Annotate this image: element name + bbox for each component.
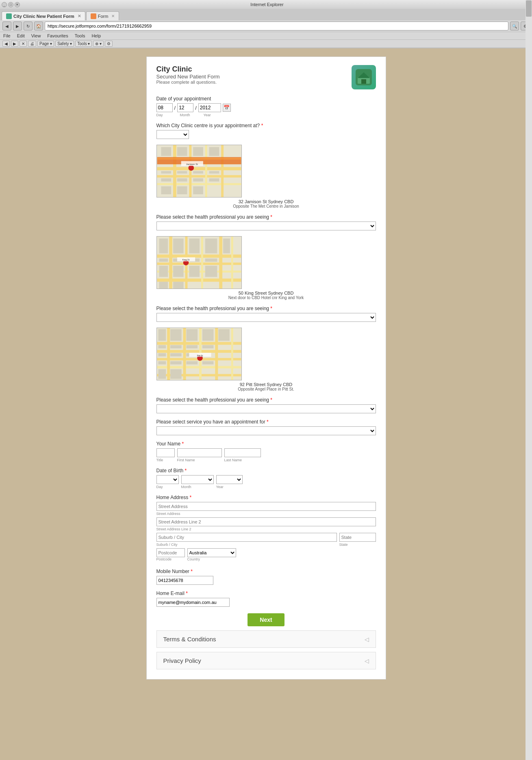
svg-rect-52 [159,266,168,277]
toolbar-back[interactable]: ◀ [2,41,10,47]
tab-form[interactable]: Form ✕ [86,11,119,20]
tab-icon-form [91,13,96,19]
professional2-dropdown[interactable] [156,313,376,322]
privacy-header[interactable]: Privacy Policy ◁ [157,652,376,669]
minimize-button[interactable]: _ [2,2,7,7]
form-title-block: City Clinic Secured New Patient Form Ple… [156,65,220,85]
title-input[interactable] [156,448,175,457]
svg-rect-27 [177,186,187,194]
toolbar-safety[interactable]: Safety ▾ [55,41,74,47]
service-group: Please select service you have an appoin… [156,419,376,435]
svg-rect-89 [158,369,166,379]
dob-label: Date of Birth * [156,468,376,473]
tab-close-clinic[interactable]: ✕ [78,14,81,18]
name-label: Your Name * [156,441,376,447]
toolbar-settings[interactable]: ⚙ [105,41,113,47]
address-bar-row: ◀ ▶ ↻ 🏠 🔍 ⚙ [0,20,532,32]
city-input[interactable] [156,533,337,542]
toolbar-forward[interactable]: ▶ [11,41,18,47]
email-input[interactable] [156,598,230,607]
toolbar-tools[interactable]: Tools ▾ [75,41,92,47]
clinic-logo [352,65,376,89]
svg-rect-17 [209,147,219,156]
svg-rect-82 [158,353,166,356]
service-dropdown[interactable] [156,426,376,435]
address-city-state-row [156,533,376,542]
svg-rect-3 [361,79,366,84]
svg-rect-25 [209,178,219,182]
postcode-label: Postcode [156,557,185,561]
terms-header[interactable]: Terms & Conditions ◁ [157,631,376,647]
menu-favourites[interactable]: Favourites [46,33,69,39]
toolbar-print[interactable]: 🖨 [28,41,36,47]
svg-rect-57 [173,282,184,289]
svg-rect-48 [159,258,168,262]
svg-rect-28 [193,186,203,194]
date-year-input[interactable] [198,103,221,112]
menu-view[interactable]: View [30,33,42,39]
window-controls[interactable]: _ □ ✕ [2,2,20,7]
country-dropdown[interactable]: Australia [187,548,236,557]
svg-rect-8 [173,145,176,197]
date-month-input[interactable] [177,103,193,112]
tab-city-clinic[interactable]: City Clinic New Patient Form ✕ [2,11,85,20]
svg-rect-42 [231,237,233,289]
street-address2-input[interactable] [156,517,376,526]
clinic-dropdown[interactable] [156,130,189,139]
city-label: Suburb / City [156,543,337,547]
maximize-button[interactable]: □ [8,2,13,7]
form-instruction: Please complete all questions. [156,80,220,85]
svg-rect-78 [158,345,166,348]
tab-close-form[interactable]: ✕ [111,14,115,18]
dob-year-dropdown[interactable] [216,475,243,484]
service-required: * [267,419,269,425]
title-field-label: Title [156,458,175,462]
scrollbar[interactable] [525,0,532,739]
postcode-input[interactable] [156,548,185,557]
back-button[interactable]: ◀ [2,22,11,30]
menu-file[interactable]: File [2,33,11,39]
firstname-field-label: First Name [177,458,222,462]
search-button[interactable]: 🔍 [510,22,519,30]
date-sep-1: / [174,105,176,111]
clinic-name: City Clinic [156,65,220,74]
lastname-input[interactable] [224,448,261,457]
menu-help[interactable]: Help [91,33,102,39]
page-wrapper: City Clinic Secured New Patient Form Ple… [0,48,532,739]
forward-button[interactable]: ▶ [13,22,22,30]
next-button[interactable]: Next [248,613,284,626]
url-bar[interactable] [45,22,508,30]
date-day-input[interactable] [156,103,173,112]
menu-tools[interactable]: Tools [74,33,86,39]
professional1-dropdown[interactable] [156,221,376,230]
home-button[interactable]: 🏠 [34,22,43,30]
professional1-label: Please select the health professional yo… [156,214,376,220]
firstname-input[interactable] [177,448,222,457]
address-label: Home Address * [156,495,376,500]
dob-inputs-row [156,475,376,484]
svg-rect-81 [202,345,213,348]
professional3-dropdown[interactable] [156,404,376,413]
street-address-input[interactable] [156,502,376,511]
dob-day-dropdown[interactable] [156,475,179,484]
tab-label-form: Form [98,14,109,19]
calendar-icon[interactable]: 📅 [223,104,231,112]
mobile-input[interactable] [156,576,213,585]
toolbar-help[interactable]: ⊕ ▾ [93,41,104,47]
svg-rect-15 [177,147,187,156]
tab-icon-clinic [6,13,12,19]
state-input[interactable] [339,533,376,542]
tab-bar: City Clinic New Patient Form ✕ Form ✕ [0,9,532,20]
svg-rect-10 [205,145,207,197]
refresh-button[interactable]: ↻ [24,22,33,30]
dob-month-label: Month [181,485,214,489]
toolbar-page[interactable]: Page ▾ [37,41,54,47]
close-button[interactable]: ✕ [15,2,20,7]
scrollbar-thumb[interactable] [526,0,532,17]
toolbar-row: ◀ ▶ ✕ 🖨 Page ▾ Safety ▾ Tools ▾ ⊕ ▾ ⚙ [0,40,532,48]
dob-month-dropdown[interactable] [181,475,214,484]
svg-rect-55 [205,266,217,277]
menu-edit[interactable]: Edit [16,33,26,39]
toolbar-stop[interactable]: ✕ [20,41,27,47]
logo-svg [356,69,372,85]
